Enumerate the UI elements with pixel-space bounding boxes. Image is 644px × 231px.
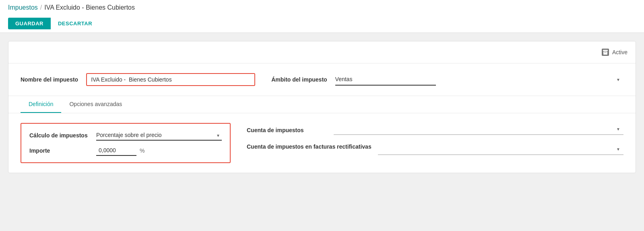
content-row: Cálculo de impuestos Porcentaje sobre el…: [21, 123, 623, 163]
calculo-select-wrapper: Porcentaje sobre el precio Precio fijo P…: [96, 130, 222, 141]
calculo-row: Cálculo de impuestos Porcentaje sobre el…: [29, 130, 222, 141]
action-buttons: GUARDAR DESCARTAR: [8, 14, 636, 33]
archive-icon: [602, 49, 609, 56]
nombre-label: Nombre del impuesto: [21, 76, 78, 83]
calc-box: Cálculo de impuestos Porcentaje sobre el…: [21, 123, 231, 163]
importe-row: Importe %: [29, 145, 222, 156]
form-section: Nombre del impuesto Ámbito del impuesto …: [8, 63, 636, 96]
nombre-group: Nombre del impuesto: [21, 73, 255, 86]
breadcrumb-parent[interactable]: Impuestos: [8, 4, 38, 11]
cuenta-select[interactable]: [334, 123, 623, 135]
tab-content: Cálculo de impuestos Porcentaje sobre el…: [8, 113, 636, 173]
left-content: Cálculo de impuestos Porcentaje sobre el…: [21, 123, 231, 163]
breadcrumb-separator: /: [40, 4, 42, 11]
descartar-button[interactable]: DESCARTAR: [51, 18, 99, 29]
tab-opciones[interactable]: Opciones avanzadas: [61, 96, 130, 113]
cuenta-label: Cuenta de impuestos: [247, 125, 327, 133]
cuenta-rectificativas-select[interactable]: [378, 143, 623, 155]
ambito-select[interactable]: Ventas Compras Ninguno: [335, 74, 436, 86]
right-content: Cuenta de impuestos Cuenta de impuestos …: [247, 123, 623, 163]
main-content: Active Nombre del impuesto Ámbito del im…: [0, 33, 644, 181]
ambito-label: Ámbito del impuesto: [271, 76, 327, 83]
top-header: Impuestos / IVA Excluido - Bienes Cubier…: [0, 0, 644, 33]
cuenta-select-wrapper: [334, 123, 623, 135]
nombre-input[interactable]: [86, 73, 255, 86]
breadcrumb: Impuestos / IVA Excluido - Bienes Cubier…: [8, 4, 636, 14]
tabs: Definición Opciones avanzadas: [21, 96, 623, 113]
cuenta-rectificativas-select-wrapper: [378, 143, 623, 155]
form-card: Active Nombre del impuesto Ámbito del im…: [8, 41, 636, 173]
ambito-group: Ámbito del impuesto Ventas Compras Ningu…: [271, 74, 623, 86]
breadcrumb-current: IVA Excluido - Bienes Cubiertos: [44, 4, 135, 11]
ambito-select-wrapper: Ventas Compras Ninguno: [335, 74, 623, 86]
svg-rect-2: [604, 52, 607, 53]
status-bar: Active: [8, 41, 636, 63]
cuenta-rectificativas-label: Cuenta de impuestos en facturas rectific…: [247, 143, 372, 151]
importe-input[interactable]: [96, 145, 136, 156]
form-row: Nombre del impuesto Ámbito del impuesto …: [21, 73, 623, 86]
svg-rect-0: [603, 50, 608, 51]
percent-symbol: %: [140, 147, 144, 154]
importe-label: Importe: [29, 147, 90, 154]
calculo-label: Cálculo de impuestos: [29, 132, 90, 139]
tab-definicion[interactable]: Definición: [21, 96, 61, 113]
cuenta-group: Cuenta de impuestos: [247, 123, 623, 135]
calculo-select[interactable]: Porcentaje sobre el precio Precio fijo P…: [96, 130, 222, 141]
status-badge[interactable]: Active: [602, 49, 627, 56]
svg-rect-1: [603, 51, 607, 55]
status-label: Active: [612, 49, 627, 55]
importe-input-row: %: [96, 145, 144, 156]
cuenta-rectificativas-group: Cuenta de impuestos en facturas rectific…: [247, 143, 623, 155]
guardar-button[interactable]: GUARDAR: [8, 18, 51, 29]
tabs-section: Definición Opciones avanzadas: [8, 96, 636, 113]
